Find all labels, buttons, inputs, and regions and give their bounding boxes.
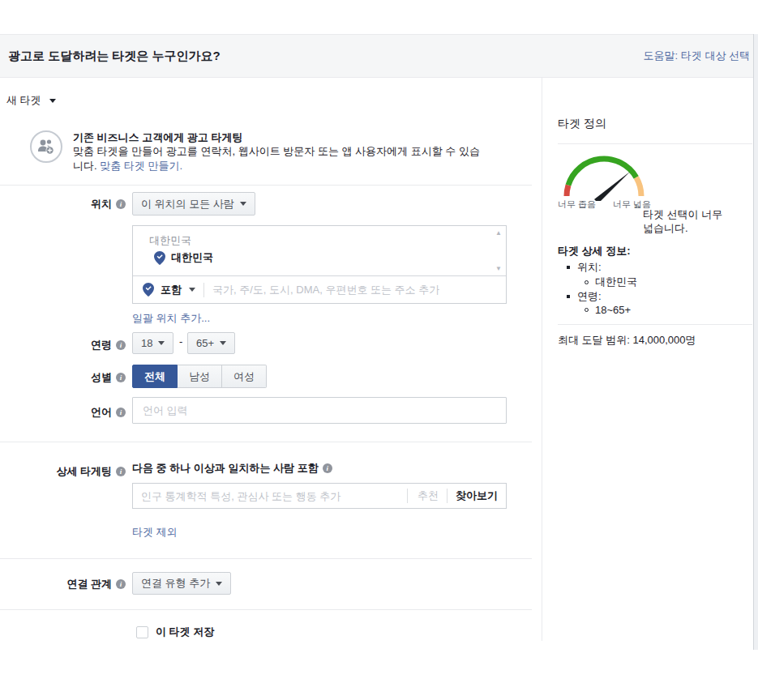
divider — [0, 558, 532, 559]
language-label: 언어 i — [0, 405, 126, 420]
create-custom-audience-link[interactable]: 맞춤 타겟 만들기. — [100, 160, 182, 172]
gauge-too-narrow-label: 너무 좁음 — [558, 198, 596, 211]
people-plus-icon — [36, 138, 56, 156]
circle-bullet-icon — [585, 280, 589, 284]
section-header-bar: 광고로 도달하려는 타겟은 누구인가요? 도움말: 타겟 대상 선택 — [0, 34, 758, 78]
chevron-down-icon — [189, 288, 195, 292]
custom-audience-icon-circle — [30, 130, 62, 163]
page-title: 광고로 도달하려는 타겟은 누구인가요? — [8, 49, 221, 64]
language-input[interactable] — [132, 397, 507, 424]
add-connection-type-dropdown[interactable]: 연결 유형 추가 — [132, 572, 231, 595]
square-bullet-icon — [567, 295, 570, 298]
audience-selector-dropdown[interactable]: 새 타겟 — [6, 93, 56, 108]
age-max-dropdown[interactable]: 65+ — [187, 332, 235, 354]
age-label: 연령 i — [0, 338, 126, 352]
chevron-down-icon — [220, 341, 226, 345]
connections-label: 연결 관계 i — [0, 577, 126, 591]
chevron-down-icon — [240, 202, 246, 206]
detailed-targeting-label: 상세 타게팅 i — [0, 464, 126, 479]
location-mode-dropdown[interactable]: 이 위치의 모든 사람 — [132, 192, 255, 216]
selected-location-name: 대한민국 — [171, 250, 213, 265]
detail-value-age: 18~65+ — [585, 304, 631, 316]
audience-targeting-page: 광고로 도달하려는 타겟은 누구인가요? 도움말: 타겟 대상 선택 새 타겟 … — [0, 0, 758, 700]
gender-option-all[interactable]: 전체 — [132, 365, 178, 388]
panel-right-gutter — [754, 34, 758, 650]
gender-label: 성별 i — [0, 370, 126, 385]
map-pin-check-icon — [143, 283, 154, 297]
gauge-status-text: 타겟 선택이 너무 넓습니다. — [643, 207, 724, 235]
scroll-down-icon[interactable]: ▼ — [495, 265, 502, 272]
info-icon[interactable]: i — [116, 340, 126, 350]
save-audience-checkbox[interactable] — [136, 626, 148, 638]
location-list-box: 대한민국 대한민국 ▲ ▼ 포함 국가, 주/도, 도시, DMA, 우편번호 … — [132, 225, 507, 304]
circle-bullet-icon — [585, 308, 589, 312]
divider — [0, 185, 532, 186]
gender-option-male[interactable]: 남성 — [178, 365, 222, 388]
save-audience-row: 이 타겟 저장 — [136, 625, 214, 639]
input-separator — [447, 489, 448, 503]
potential-reach-text: 최대 도달 범위: 14,000,000명 — [558, 333, 696, 348]
location-search-input[interactable]: 국가, 주/도, 도시, DMA, 우편번호 또는 주소 추가 — [212, 283, 439, 297]
input-separator — [203, 283, 204, 297]
age-min-dropdown[interactable]: 18 — [132, 332, 173, 354]
info-icon[interactable]: i — [116, 408, 126, 417]
detailed-targeting-heading: 다음 중 하나 이상과 일치하는 사람 포함 i — [132, 461, 332, 476]
location-include-row: 포함 국가, 주/도, 도시, DMA, 우편번호 또는 주소 추가 — [133, 275, 506, 303]
chevron-down-icon — [49, 99, 56, 103]
selected-location-row[interactable]: 대한민국 — [154, 250, 213, 265]
detailed-targeting-input-wrap: 추천 찾아보기 — [132, 483, 507, 509]
chevron-down-icon — [158, 341, 165, 345]
include-dropdown[interactable]: 포함 — [161, 283, 182, 297]
info-icon[interactable]: i — [116, 579, 126, 589]
input-separator — [407, 489, 408, 503]
detail-item-age: 연령: — [567, 289, 602, 304]
map-pin-check-icon — [154, 251, 165, 265]
audience-definition-gauge — [558, 151, 651, 201]
divider — [0, 442, 532, 442]
age-range-separator: - — [179, 335, 182, 348]
chevron-down-icon — [216, 582, 222, 586]
audience-selector-label: 새 타겟 — [6, 93, 41, 108]
info-icon[interactable]: i — [116, 467, 126, 476]
audience-definition-title: 타겟 정의 — [558, 117, 606, 131]
detail-value-location: 대한민국 — [585, 275, 637, 289]
bulk-locations-link[interactable]: 일괄 위치 추가... — [132, 311, 210, 326]
gender-option-female[interactable]: 여성 — [222, 365, 267, 388]
gender-segmented-control: 전체 남성 여성 — [132, 365, 267, 388]
sidebar-divider — [558, 143, 752, 144]
info-icon[interactable]: i — [116, 199, 126, 209]
location-group-header: 대한민국 — [149, 233, 191, 248]
square-bullet-icon — [567, 266, 570, 269]
custom-audience-promo-body: 맞춤 타겟을 만들어 광고를 연락처, 웹사이트 방문자 또는 앱 사용자에게 … — [73, 144, 481, 173]
sidebar-divider — [558, 324, 752, 325]
help-link[interactable]: 도움말: 타겟 대상 선택 — [644, 49, 750, 63]
exclude-audience-link[interactable]: 타겟 제외 — [132, 525, 178, 540]
detail-item-location: 위치: — [567, 260, 602, 275]
divider — [0, 609, 532, 610]
save-audience-label: 이 타겟 저장 — [156, 625, 214, 639]
info-icon[interactable]: i — [116, 373, 126, 382]
sidebar-divider-line — [542, 78, 542, 641]
detailed-targeting-input[interactable] — [141, 490, 399, 502]
suggestions-button[interactable]: 추천 — [418, 489, 439, 503]
info-icon[interactable]: i — [323, 463, 332, 473]
custom-audience-promo-title: 기존 비즈니스 고객에게 광고 타게팅 — [73, 130, 242, 145]
scroll-up-icon[interactable]: ▲ — [495, 229, 502, 237]
location-label: 위치 i — [0, 197, 126, 211]
browse-button[interactable]: 찾아보기 — [456, 489, 498, 503]
gauge-needle — [594, 172, 630, 201]
audience-details-heading: 타겟 상세 정보: — [558, 244, 631, 258]
